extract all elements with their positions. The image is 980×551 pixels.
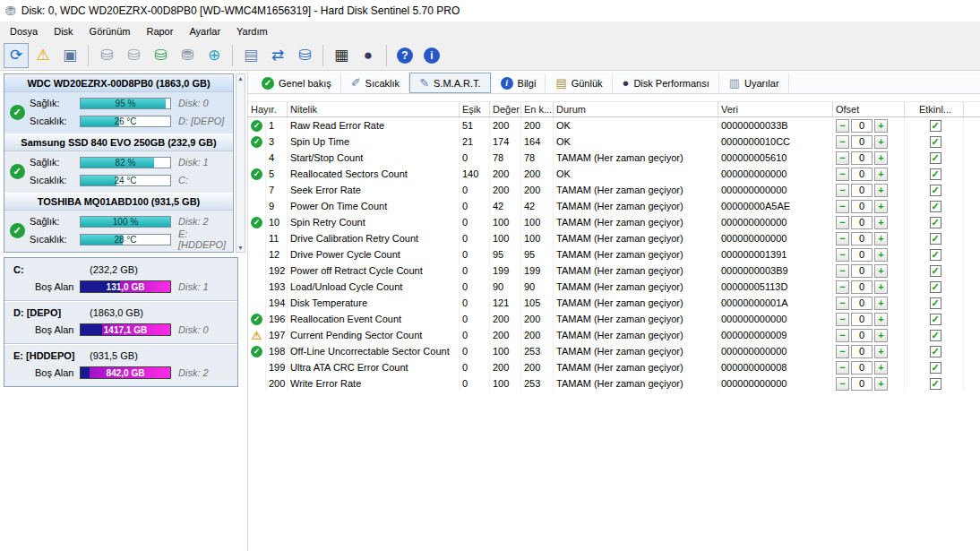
offset-minus-button[interactable]: − [836, 200, 849, 213]
tab-s-cakl-k[interactable]: ✐Sıcaklık [341, 73, 409, 93]
chart-icon[interactable]: ▦ [329, 43, 354, 68]
enabled-checkbox[interactable]: ✓ [930, 136, 941, 148]
offset-minus-button[interactable]: − [836, 264, 849, 278]
table-row[interactable]: 9 Power On Time Count 0 42 42 TAMAM (Her… [248, 198, 980, 214]
offset-plus-button[interactable]: + [874, 297, 888, 310]
enabled-checkbox[interactable]: ✓ [930, 120, 941, 132]
offset-minus-button[interactable]: − [836, 329, 849, 342]
disk-name[interactable]: TOSHIBA MQ01ABD100 (931,5 GB) [4, 193, 233, 211]
partition-item-e[interactable]: E: [HDDEPO] (931,5 GB) Boş Alan 842,0 GB… [4, 343, 237, 386]
table-row[interactable]: 11 Drive Calibration Retry Count 0 100 1… [248, 230, 980, 246]
offset-plus-button[interactable]: + [874, 200, 888, 213]
offset-minus-button[interactable]: − [836, 184, 849, 197]
enabled-checkbox[interactable]: ✓ [930, 152, 941, 164]
offset-minus-button[interactable]: − [836, 216, 849, 229]
offset-plus-button[interactable]: + [874, 216, 888, 229]
header-ofset[interactable]: Ofset [833, 102, 905, 116]
info-icon[interactable]: i [419, 43, 444, 68]
tab-disk-performans-[interactable]: ●Disk Performansı [613, 73, 719, 93]
offset-plus-button[interactable]: + [874, 151, 888, 165]
scroll-down-icon[interactable]: ▼ [237, 244, 244, 252]
offset-plus-button[interactable]: + [874, 119, 888, 133]
header-hayir[interactable]: Hayır. [248, 102, 288, 116]
table-row[interactable]: ✓ 10 Spin Retry Count 0 100 100 TAMAM (H… [248, 214, 980, 230]
table-row[interactable]: 7 Seek Error Rate 0 200 200 TAMAM (Her z… [248, 182, 980, 198]
header-durum[interactable]: Durum [554, 102, 718, 116]
offset-minus-button[interactable]: − [836, 361, 849, 375]
enabled-checkbox[interactable]: ✓ [930, 297, 941, 309]
table-row[interactable]: 193 Load/Unload Cycle Count 0 90 90 TAMA… [248, 279, 980, 295]
table-row[interactable]: 194 Disk Temperature 0 121 105 TAMAM (He… [248, 295, 980, 311]
report-icon[interactable]: ▤ [238, 43, 263, 68]
enabled-checkbox[interactable]: ✓ [930, 217, 941, 228]
enabled-checkbox[interactable]: ✓ [930, 362, 941, 374]
tab-uyar-lar[interactable]: ▥Uyarılar [719, 73, 789, 93]
offset-plus-button[interactable]: + [874, 345, 888, 358]
enabled-checkbox[interactable]: ✓ [930, 281, 941, 293]
enabled-checkbox[interactable]: ✓ [930, 185, 941, 196]
disk-repair-icon[interactable]: ⛁ [148, 43, 173, 68]
table-row[interactable]: ✓ 5 Reallocated Sectors Count 140 200 20… [248, 166, 980, 182]
table-row[interactable]: ⚠ 197 Current Pending Sector Count 0 200… [248, 327, 980, 343]
menu-item-2[interactable]: Görünüm [82, 23, 139, 39]
offset-plus-button[interactable]: + [874, 168, 888, 181]
header-veri[interactable]: Veri [718, 102, 833, 116]
disk-name[interactable]: Samsung SSD 840 EVO 250GB (232,9 GB) [4, 133, 233, 151]
disk-refresh-icon[interactable]: ⛁ [292, 43, 317, 68]
offset-minus-button[interactable]: − [836, 377, 849, 391]
disk-surface-test-icon[interactable]: ⛁ [121, 43, 146, 68]
help-icon[interactable]: ? [392, 43, 417, 68]
header-deger[interactable]: Değer [490, 102, 521, 116]
sync-icon[interactable]: ⇄ [265, 43, 290, 68]
refresh-icon[interactable]: ⟳ [4, 43, 29, 68]
enabled-checkbox[interactable]: ✓ [930, 378, 941, 390]
table-row[interactable]: ✓ 3 Spin Up Time 21 174 164 OK 000000001… [248, 133, 980, 150]
enabled-checkbox[interactable]: ✓ [930, 249, 941, 261]
tab-genel-bak-[interactable]: ✓Genel bakış [252, 73, 341, 93]
offset-plus-button[interactable]: + [874, 135, 888, 149]
offset-plus-button[interactable]: + [874, 377, 888, 391]
table-row[interactable]: ✓ 198 Off-Line Uncorrectable Sector Coun… [248, 343, 980, 359]
table-row[interactable]: ✓ 196 Reallocation Event Count 0 200 200… [248, 311, 980, 327]
offset-plus-button[interactable]: + [874, 361, 888, 375]
menu-item-5[interactable]: Yardım [228, 23, 276, 39]
offset-minus-button[interactable]: − [836, 232, 849, 245]
header-esik[interactable]: Eşik [460, 102, 490, 116]
menu-item-3[interactable]: Rapor [138, 23, 181, 39]
table-row[interactable]: 199 Ultra ATA CRC Error Count 0 200 200 … [248, 359, 980, 375]
offset-minus-button[interactable]: − [836, 151, 849, 165]
sidebar-scrollbar[interactable]: ▲ ▼ [236, 73, 245, 253]
offset-plus-button[interactable]: + [874, 264, 888, 278]
scroll-up-icon[interactable]: ▲ [237, 74, 244, 82]
enabled-checkbox[interactable]: ✓ [930, 233, 941, 245]
tab-g-nl-k[interactable]: ▤Günlük [546, 73, 612, 93]
disk-item-0[interactable]: WDC WD20EZRX-00D8PB0 (1863,0 GB) ✓ Sağlı… [4, 74, 233, 133]
header-enkotu[interactable]: En k... [521, 102, 554, 116]
disk-test-icon[interactable]: ⛁ [94, 43, 119, 68]
table-row[interactable]: 192 Power off Retract Cycle Count 0 199 … [248, 263, 980, 279]
offset-plus-button[interactable]: + [874, 329, 888, 342]
enabled-checkbox[interactable]: ✓ [930, 314, 941, 325]
menu-item-0[interactable]: Dosya [2, 23, 46, 39]
tab-s-m-a-r-t-[interactable]: ✎S.M.A.R.T. [409, 73, 490, 93]
menu-item-1[interactable]: Disk [46, 23, 81, 39]
performance-icon[interactable]: ● [356, 43, 381, 68]
table-row[interactable]: 200 Write Error Rate 0 100 253 TAMAM (He… [248, 375, 980, 392]
disk-name[interactable]: WDC WD20EZRX-00D8PB0 (1863,0 GB) [4, 74, 233, 92]
offset-plus-button[interactable]: + [874, 280, 888, 294]
enabled-checkbox[interactable]: ✓ [930, 201, 941, 212]
warning-icon[interactable]: ⚠ [30, 43, 56, 68]
table-row[interactable]: 12 Drive Power Cycle Count 0 95 95 TAMAM… [248, 246, 980, 263]
offset-minus-button[interactable]: − [836, 135, 849, 149]
disk-tools-icon[interactable]: ⛃ [175, 43, 200, 68]
header-nitelik[interactable]: Nitelik [288, 102, 460, 116]
enabled-checkbox[interactable]: ✓ [930, 330, 941, 341]
partition-item-d[interactable]: D: [DEPO] (1863,0 GB) Boş Alan 1417,1 GB… [4, 300, 237, 343]
table-row[interactable]: ✓ 1 Raw Read Error Rate 51 200 200 OK 00… [248, 117, 980, 133]
offset-minus-button[interactable]: − [836, 168, 849, 181]
disk-item-2[interactable]: TOSHIBA MQ01ABD100 (931,5 GB) ✓ Sağlık: … [4, 193, 233, 252]
menu-item-4[interactable]: Ayarlar [181, 23, 228, 39]
offset-minus-button[interactable]: − [836, 248, 849, 262]
offset-minus-button[interactable]: − [836, 345, 849, 358]
header-etkin[interactable]: Etkinl... [905, 102, 964, 116]
